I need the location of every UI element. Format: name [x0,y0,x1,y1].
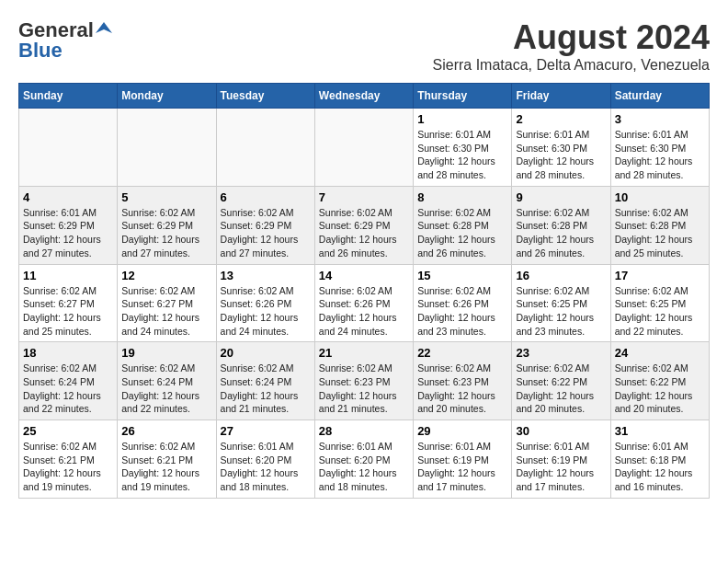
day-number: 21 [319,346,409,360]
calendar-day-cell: 18Sunrise: 6:02 AM Sunset: 6:24 PM Dayli… [19,342,118,420]
calendar-day-cell: 14Sunrise: 6:02 AM Sunset: 6:26 PM Dayli… [314,264,413,342]
day-number: 19 [121,346,211,360]
day-info: Sunrise: 6:01 AM Sunset: 6:18 PM Dayligh… [615,440,705,494]
day-info: Sunrise: 6:02 AM Sunset: 6:21 PM Dayligh… [23,440,113,494]
day-info: Sunrise: 6:02 AM Sunset: 6:29 PM Dayligh… [319,206,409,260]
day-number: 13 [221,269,311,282]
calendar-day-cell [118,109,216,187]
calendar-day-cell: 9Sunrise: 6:02 AM Sunset: 6:28 PM Daylig… [512,186,610,264]
calendar-day-cell: 21Sunrise: 6:02 AM Sunset: 6:23 PM Dayli… [314,342,413,420]
calendar-header-thursday: Thursday [414,84,512,109]
day-info: Sunrise: 6:02 AM Sunset: 6:26 PM Dayligh… [417,284,507,339]
calendar-week-row: 25Sunrise: 6:02 AM Sunset: 6:21 PM Dayli… [19,420,710,499]
day-info: Sunrise: 6:01 AM Sunset: 6:19 PM Dayligh… [417,440,507,494]
calendar-day-cell: 19Sunrise: 6:02 AM Sunset: 6:24 PM Dayli… [118,342,216,420]
calendar-day-cell: 13Sunrise: 6:02 AM Sunset: 6:26 PM Dayli… [216,264,314,342]
day-info: Sunrise: 6:01 AM Sunset: 6:30 PM Dayligh… [615,128,705,182]
calendar-day-cell: 27Sunrise: 6:01 AM Sunset: 6:20 PM Dayli… [216,420,314,499]
day-number: 1 [417,112,507,126]
day-info: Sunrise: 6:02 AM Sunset: 6:28 PM Dayligh… [516,206,606,260]
calendar-day-cell: 4Sunrise: 6:01 AM Sunset: 6:29 PM Daylig… [19,186,118,264]
calendar-day-cell: 29Sunrise: 6:01 AM Sunset: 6:19 PM Dayli… [414,420,512,499]
day-info: Sunrise: 6:02 AM Sunset: 6:26 PM Dayligh… [221,284,311,339]
day-info: Sunrise: 6:01 AM Sunset: 6:30 PM Dayligh… [516,128,606,182]
day-info: Sunrise: 6:02 AM Sunset: 6:29 PM Dayligh… [121,206,211,260]
calendar-header-wednesday: Wednesday [314,84,413,109]
calendar-week-row: 4Sunrise: 6:01 AM Sunset: 6:29 PM Daylig… [19,186,710,264]
day-info: Sunrise: 6:02 AM Sunset: 6:23 PM Dayligh… [319,362,409,416]
calendar-day-cell: 23Sunrise: 6:02 AM Sunset: 6:22 PM Dayli… [512,342,610,420]
day-info: Sunrise: 6:01 AM Sunset: 6:29 PM Dayligh… [23,206,113,260]
calendar-header-monday: Monday [118,84,216,109]
calendar-day-cell: 22Sunrise: 6:02 AM Sunset: 6:23 PM Dayli… [414,342,512,420]
sub-title: Sierra Imataca, Delta Amacuro, Venezuela [433,57,711,74]
calendar-day-cell: 8Sunrise: 6:02 AM Sunset: 6:28 PM Daylig… [414,186,512,264]
calendar-week-row: 1Sunrise: 6:01 AM Sunset: 6:30 PM Daylig… [19,109,710,187]
day-info: Sunrise: 6:01 AM Sunset: 6:20 PM Dayligh… [319,440,409,494]
day-number: 8 [417,190,507,204]
day-number: 16 [516,269,606,282]
day-number: 22 [417,346,507,360]
title-area: August 2024 Sierra Imataca, Delta Amacur… [433,18,711,74]
calendar-day-cell: 6Sunrise: 6:02 AM Sunset: 6:29 PM Daylig… [216,186,314,264]
calendar-table: SundayMondayTuesdayWednesdayThursdayFrid… [18,83,710,499]
day-info: Sunrise: 6:02 AM Sunset: 6:24 PM Dayligh… [221,362,311,416]
calendar-day-cell [216,109,314,187]
day-info: Sunrise: 6:01 AM Sunset: 6:19 PM Dayligh… [516,440,606,494]
day-number: 10 [615,190,705,204]
day-info: Sunrise: 6:02 AM Sunset: 6:27 PM Dayligh… [23,284,113,339]
day-info: Sunrise: 6:02 AM Sunset: 6:28 PM Dayligh… [615,206,705,260]
logo-bird-icon [96,20,112,37]
main-title: August 2024 [433,18,711,57]
day-info: Sunrise: 6:01 AM Sunset: 6:20 PM Dayligh… [221,440,311,494]
day-info: Sunrise: 6:01 AM Sunset: 6:30 PM Dayligh… [417,128,507,182]
day-info: Sunrise: 6:02 AM Sunset: 6:23 PM Dayligh… [417,362,507,416]
calendar-day-cell: 28Sunrise: 6:01 AM Sunset: 6:20 PM Dayli… [314,420,413,499]
calendar-day-cell: 15Sunrise: 6:02 AM Sunset: 6:26 PM Dayli… [414,264,512,342]
day-number: 24 [615,346,705,360]
day-number: 15 [417,269,507,282]
calendar-day-cell: 31Sunrise: 6:01 AM Sunset: 6:18 PM Dayli… [610,420,709,499]
calendar-day-cell: 7Sunrise: 6:02 AM Sunset: 6:29 PM Daylig… [314,186,413,264]
day-number: 27 [221,424,311,438]
calendar-day-cell: 10Sunrise: 6:02 AM Sunset: 6:28 PM Dayli… [610,186,709,264]
day-number: 23 [516,346,606,360]
calendar-day-cell [19,109,118,187]
calendar-day-cell [314,109,413,187]
day-info: Sunrise: 6:02 AM Sunset: 6:26 PM Dayligh… [319,284,409,339]
calendar-day-cell: 20Sunrise: 6:02 AM Sunset: 6:24 PM Dayli… [216,342,314,420]
day-info: Sunrise: 6:02 AM Sunset: 6:21 PM Dayligh… [121,440,211,494]
calendar-day-cell: 17Sunrise: 6:02 AM Sunset: 6:25 PM Dayli… [610,264,709,342]
logo: General Blue [18,18,112,63]
calendar-week-row: 11Sunrise: 6:02 AM Sunset: 6:27 PM Dayli… [19,264,710,342]
calendar-day-cell: 5Sunrise: 6:02 AM Sunset: 6:29 PM Daylig… [118,186,216,264]
day-number: 7 [319,190,409,204]
svg-marker-0 [96,22,112,33]
day-number: 11 [23,269,113,282]
day-number: 29 [417,424,507,438]
calendar-header-friday: Friday [512,84,610,109]
day-info: Sunrise: 6:02 AM Sunset: 6:24 PM Dayligh… [23,362,113,416]
day-number: 6 [221,190,311,204]
calendar-day-cell: 2Sunrise: 6:01 AM Sunset: 6:30 PM Daylig… [512,109,610,187]
calendar-day-cell: 1Sunrise: 6:01 AM Sunset: 6:30 PM Daylig… [414,109,512,187]
day-number: 17 [615,269,705,282]
day-number: 14 [319,269,409,282]
day-number: 30 [516,424,606,438]
day-number: 25 [23,424,113,438]
day-number: 26 [121,424,211,438]
day-number: 20 [221,346,311,360]
day-number: 2 [516,112,606,126]
day-number: 9 [516,190,606,204]
day-info: Sunrise: 6:02 AM Sunset: 6:29 PM Dayligh… [221,206,311,260]
calendar-week-row: 18Sunrise: 6:02 AM Sunset: 6:24 PM Dayli… [19,342,710,420]
calendar-header-sunday: Sunday [19,84,118,109]
calendar-day-cell: 24Sunrise: 6:02 AM Sunset: 6:22 PM Dayli… [610,342,709,420]
day-number: 4 [23,190,113,204]
calendar-day-cell: 3Sunrise: 6:01 AM Sunset: 6:30 PM Daylig… [610,109,709,187]
day-number: 3 [615,112,705,126]
day-number: 28 [319,424,409,438]
calendar-day-cell: 12Sunrise: 6:02 AM Sunset: 6:27 PM Dayli… [118,264,216,342]
day-info: Sunrise: 6:02 AM Sunset: 6:25 PM Dayligh… [516,284,606,339]
calendar-header-tuesday: Tuesday [216,84,314,109]
